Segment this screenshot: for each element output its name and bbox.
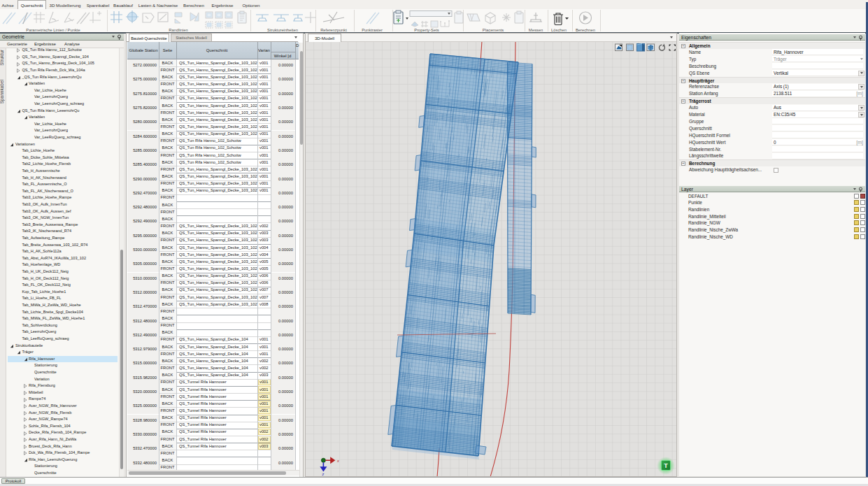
svg-text:z: z — [322, 472, 325, 476]
svg-text:x: x — [336, 459, 339, 463]
